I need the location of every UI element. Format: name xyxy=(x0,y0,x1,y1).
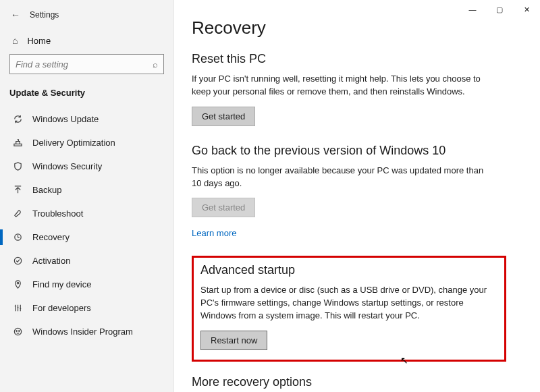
reset-get-started-button[interactable]: Get started xyxy=(192,107,255,126)
home-nav[interactable]: ⌂ Home xyxy=(0,30,173,54)
section-title: Reset this PC xyxy=(192,52,520,66)
sidebar-item-label: Find my device xyxy=(32,279,91,289)
goback-get-started-button: Get started xyxy=(192,198,255,217)
svg-point-2 xyxy=(14,257,21,264)
sidebar-item-windows-update[interactable]: Windows Update xyxy=(0,107,173,131)
section-body: If your PC isn't running well, resetting… xyxy=(192,73,489,99)
section-title: Go back to the previous version of Windo… xyxy=(192,144,520,158)
svg-point-5 xyxy=(16,331,17,332)
learn-more-link[interactable]: Learn more xyxy=(192,228,236,238)
home-label: Home xyxy=(27,36,51,46)
sidebar-item-label: For developers xyxy=(32,303,91,313)
location-icon xyxy=(12,279,23,289)
sidebar-item-label: Windows Insider Program xyxy=(32,327,133,337)
svg-point-6 xyxy=(18,331,20,332)
section-go-back: Go back to the previous version of Windo… xyxy=(192,144,520,239)
sidebar-item-windows-insider[interactable]: Windows Insider Program xyxy=(0,320,173,343)
app-title: Settings xyxy=(30,10,59,20)
restart-now-button[interactable]: Restart now xyxy=(200,331,267,350)
svg-rect-0 xyxy=(14,144,21,146)
sidebar-item-label: Recovery xyxy=(32,232,70,242)
back-button[interactable]: ← xyxy=(11,9,20,20)
shield-icon xyxy=(12,161,23,171)
sidebar-item-windows-security[interactable]: Windows Security xyxy=(0,155,173,178)
delivery-icon xyxy=(12,138,23,148)
check-circle-icon xyxy=(12,256,23,266)
svg-point-4 xyxy=(14,328,21,335)
sidebar-item-label: Activation xyxy=(32,256,70,266)
highlight-box: Advanced startup Start up from a device … xyxy=(192,256,506,362)
sidebar-item-delivery-optimization[interactable]: Delivery Optimization xyxy=(0,131,173,155)
search-field[interactable] xyxy=(16,59,148,69)
sidebar-item-backup[interactable]: Backup xyxy=(0,178,173,202)
recovery-icon xyxy=(12,232,23,242)
home-icon: ⌂ xyxy=(12,35,18,46)
sidebar-item-find-my-device[interactable]: Find my device xyxy=(0,273,173,296)
sidebar-item-label: Backup xyxy=(32,185,61,195)
sidebar-item-for-developers[interactable]: For developers xyxy=(0,296,173,320)
section-title: Advanced startup xyxy=(200,263,497,277)
developer-icon xyxy=(12,303,23,313)
sidebar-item-troubleshoot[interactable]: Troubleshoot xyxy=(0,202,173,225)
search-icon: ⌕ xyxy=(153,59,158,69)
search-input[interactable]: ⌕ xyxy=(9,54,164,74)
sidebar-item-recovery[interactable]: Recovery xyxy=(0,225,173,249)
section-title: Update & Security xyxy=(0,84,173,107)
sidebar-item-label: Delivery Optimization xyxy=(32,138,115,148)
section-advanced-startup: Advanced startup Start up from a device … xyxy=(200,263,497,350)
sidebar-item-label: Windows Security xyxy=(32,161,102,171)
insider-icon xyxy=(12,327,23,337)
sidebar: ← Settings ⌂ Home ⌕ Update & Security Wi… xyxy=(0,0,174,392)
page-title: Recovery xyxy=(192,18,520,38)
sidebar-item-activation[interactable]: Activation xyxy=(0,249,173,273)
content-area: Recovery Reset this PC If your PC isn't … xyxy=(174,0,540,392)
svg-point-3 xyxy=(17,282,18,283)
more-recovery-options-heading: More recovery options xyxy=(192,375,520,389)
backup-icon xyxy=(12,185,23,195)
sidebar-item-label: Troubleshoot xyxy=(32,208,83,219)
section-body: This option is no longer available becau… xyxy=(192,165,489,190)
section-body: Start up from a device or disc (such as … xyxy=(200,284,497,323)
refresh-icon xyxy=(12,114,23,124)
wrench-icon xyxy=(12,208,23,219)
sidebar-item-label: Windows Update xyxy=(32,114,99,124)
section-reset-this-pc: Reset this PC If your PC isn't running w… xyxy=(192,52,520,126)
